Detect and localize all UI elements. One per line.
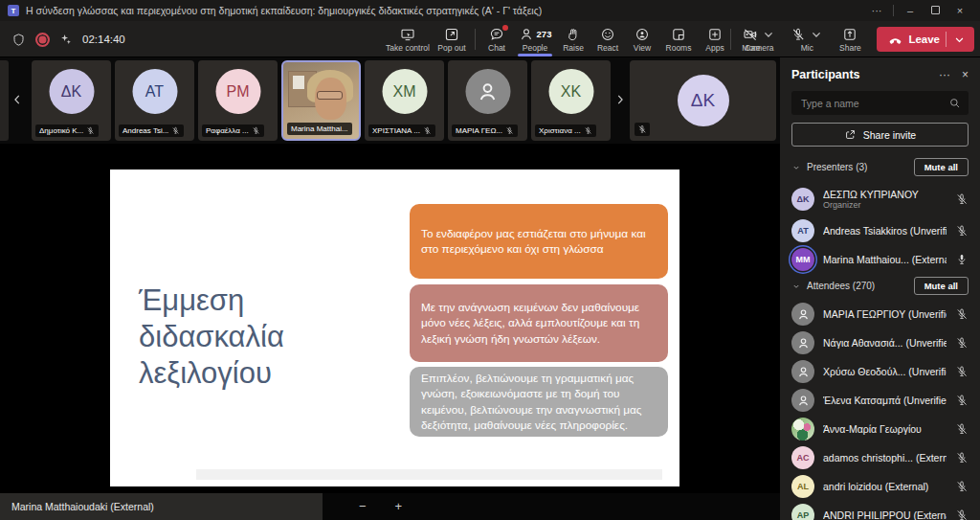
video-tile-andreas[interactable]: AT Andreas Tsi... [115,60,194,141]
video-tile-rafaella[interactable]: PM Ραφαέλλα ... [198,60,278,141]
chat-notification-badge [502,25,508,31]
leave-button[interactable]: Leave [877,27,974,52]
video-tile-dimotiko[interactable]: ΔΚ Δημοτικό Κ... [32,60,111,141]
view-button[interactable]: View [625,21,659,57]
participant-row[interactable]: AL andri loizidou (External) [780,472,980,501]
search-input[interactable] [799,97,943,110]
participant-role: Organizer [823,200,947,210]
mic-muted-icon [423,126,432,135]
take-control-button[interactable]: Take control [383,21,433,57]
tile-name-label: Χριστιανα ... [535,124,596,137]
person-icon [796,307,811,322]
zoom-in-button[interactable]: + [395,493,403,520]
avatar: ΔΚ [791,188,814,211]
leave-options-chevron-icon[interactable] [952,33,967,47]
filmstrip-scroll-right-icon[interactable] [613,89,627,110]
toolbar-right-group: Camera Mic Share Leave [726,21,974,57]
titlebar-more-button[interactable]: ··· [864,0,889,21]
tile-name-label: Ραφαέλλα ... [202,124,264,137]
react-smiley-icon [600,27,615,42]
presenters-section-header[interactable]: Presenters (3) Mute all [780,155,980,181]
slide-title: Έμμεση διδασκαλία λεξιλογίου [139,283,359,391]
people-icon [519,27,534,42]
filmstrip-scroll-left-icon[interactable] [11,89,24,110]
mic-muted-icon [955,365,969,378]
bottom-bar: Marina Matthaioudaki (External) − + [0,493,780,520]
avatar-person-icon [791,303,814,326]
avatar: AP [791,504,814,520]
spotlight-tile[interactable]: ΔΚ [630,60,776,141]
share-button[interactable]: Share [831,21,869,57]
person-icon [476,79,501,104]
avatar-photo [791,418,814,441]
restore-button[interactable] [923,0,947,21]
panel-header: Participants ··· × [780,57,980,88]
raise-hand-button[interactable]: Raise [556,21,590,57]
participant-row[interactable]: ΔΚ ΔΕΣΠΩ ΚΥΠΡΙΑΝΟΥOrganizer [780,181,980,216]
camera-button[interactable]: Camera [735,21,783,57]
avatar-person-icon [791,331,814,354]
mic-muted-icon [252,126,260,135]
mic-button[interactable]: Mic [783,21,831,57]
rooms-button[interactable]: Rooms [659,21,698,57]
participant-count: 273 [537,29,552,39]
titlebar-divider [893,5,894,16]
camera-off-icon [743,27,758,42]
video-tile-maria[interactable]: ΜΑΡΙΑ ΓΕΩ... [448,60,527,141]
zoom-out-button[interactable]: − [359,493,367,520]
share-screen-icon [842,27,858,42]
sparkle-icon[interactable] [59,33,73,46]
window-title: Η σύνδεση γλώσσας και περιεχομένου στη δ… [26,5,542,16]
participant-search[interactable] [791,91,969,115]
panel-title: Participants [791,68,927,81]
avatar: AT [791,219,814,242]
leave-divider [946,32,947,47]
mic-muted-icon [637,124,647,134]
participant-row[interactable]: AP ANDRI PHILIPPOU (External) [780,501,980,520]
participant-row[interactable]: AT Andreas Tsiakkiros (Unverified) [780,216,980,245]
person-icon [796,394,811,408]
panel-close-button[interactable]: × [962,69,969,80]
mic-muted-icon [955,336,969,350]
restore-icon [931,6,940,14]
share-invite-button[interactable]: Share invite [791,123,969,147]
chat-button[interactable]: Chat [479,21,514,57]
hang-up-phone-icon [888,33,902,47]
toolbar-divider [730,29,731,50]
mute-all-presenters-button[interactable]: Mute all [914,158,969,176]
participant-row[interactable]: AC adamos christophi... (External) [780,443,980,472]
raise-hand-icon [566,27,581,42]
minimize-button[interactable]: – [898,0,923,21]
react-button[interactable]: React [590,21,625,57]
recording-indicator-icon[interactable] [35,33,50,47]
avatar: ΔΚ [678,75,729,126]
participant-row[interactable]: Άννα-Μαρία Γεωργίου [780,415,980,443]
pop-out-button[interactable]: Pop out [433,21,471,57]
pop-out-icon [444,27,459,42]
participant-row[interactable]: ΜΑΡΙΑ ΓΕΩΡΓΙΟΥ (Unverified) [780,300,980,328]
close-button[interactable]: × [947,0,972,21]
rooms-icon [671,27,686,42]
participant-row[interactable]: MM Marina Matthaiou... (External) [780,245,980,274]
video-tile-christiana-k[interactable]: XK Χριστιανα ... [531,60,611,141]
toolbar-left-group: 02:14:40 [11,21,125,57]
avatar-speaking: MM [791,248,814,271]
camera-options-chevron-icon[interactable] [761,27,776,42]
mic-muted-icon [955,480,969,493]
video-tile-marina-speaking[interactable]: Marina Matthai... [281,60,361,141]
mic-muted-icon [955,307,969,321]
participant-row[interactable]: Νάγια Αθανασιά... (Unverified) [780,328,980,357]
mic-options-chevron-icon[interactable] [809,27,824,42]
paper-decoration [293,76,304,89]
attendees-section-header[interactable]: Attendees (270) Mute all [780,274,980,300]
mute-all-attendees-button[interactable]: Mute all [914,277,969,295]
avatar-person-icon [791,389,814,412]
video-tile-christiana-m[interactable]: XM ΧΡΙΣΤΙΑΝΑ ... [365,60,444,141]
participant-row[interactable]: Χρύσω Θεοδούλ... (Unverified) [780,357,980,386]
participants-panel: Participants ··· × Share invite Presente… [780,57,980,520]
panel-more-button[interactable]: ··· [939,69,950,80]
people-button[interactable]: 273 People [514,21,556,57]
mic-muted-icon [171,126,180,135]
mic-muted-icon [955,451,969,464]
participant-row[interactable]: Έλενα Κατσαμπά (Unverified) [780,386,980,415]
